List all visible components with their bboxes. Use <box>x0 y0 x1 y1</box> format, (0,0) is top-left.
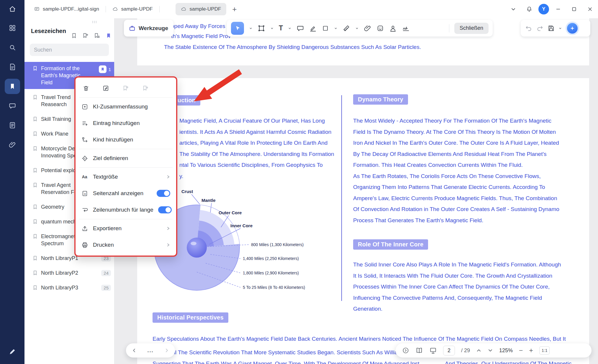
menu-item-add-entry[interactable]: Eintrag hinzufügen <box>76 115 176 131</box>
close-tools-button[interactable]: Schließen <box>454 23 489 34</box>
pages-panel-button[interactable] <box>5 118 20 133</box>
tab-document-1[interactable]: sample-UPDF...igital-sign <box>29 3 104 15</box>
dynamo-paragraph-2: As The Earth Rotates, The Coriolis Force… <box>353 171 563 226</box>
menu-item-text-size[interactable]: Aa Textgröße <box>76 169 176 185</box>
next-page-icon[interactable] <box>488 348 493 353</box>
comments-panel-button[interactable] <box>5 98 20 113</box>
menu-item-show-page-number[interactable]: a Seitenzahl anzeigen <box>76 185 176 202</box>
export-icon <box>81 225 88 232</box>
pdf-page-2: Introduction Magnetic Field, A Crucial F… <box>137 78 589 364</box>
prev-page-icon[interactable] <box>476 348 481 353</box>
avatar[interactable]: Y <box>538 4 549 14</box>
next-arrow-icon[interactable] <box>164 348 169 353</box>
tab-document-3-active[interactable]: sample-UPDF <box>176 3 227 15</box>
bookmark-page-badge: 24 <box>101 270 111 276</box>
prev-arrow-icon[interactable] <box>132 348 137 353</box>
zoom-out-button[interactable]: − <box>519 347 523 354</box>
close-window-button[interactable] <box>583 2 597 16</box>
tab-label: sample-UPDF <box>190 6 221 12</box>
home-button[interactable] <box>0 0 24 18</box>
text-tool-dropdown-icon[interactable] <box>288 27 291 30</box>
menu-item-wrap-long[interactable]: Zeilenumbruch für lange <box>76 202 176 218</box>
drag-handle-icon[interactable] <box>92 21 97 23</box>
frame-tool-button[interactable] <box>258 24 265 32</box>
sticker-tool-button[interactable] <box>376 24 384 32</box>
diagram-callout: 1,400 Miles (2,250 Kilometers) <box>243 256 299 261</box>
menu-item-define-target[interactable]: Ziel definieren <box>76 150 176 167</box>
move-bookmark-up-icon[interactable] <box>122 85 129 92</box>
apps-grid-button[interactable] <box>5 20 20 36</box>
bookmarks-panel-button[interactable] <box>5 79 20 94</box>
shape-tool-button[interactable] <box>322 25 329 32</box>
redo-icon <box>536 24 544 32</box>
text-tool-button[interactable]: T <box>279 24 283 32</box>
signature-icon <box>402 24 410 32</box>
shape-tool-dropdown-icon[interactable] <box>334 27 337 30</box>
measure-tool-button[interactable] <box>343 24 350 32</box>
bookmark-selected-badge: 1 <box>99 65 111 73</box>
frame-tool-dropdown-icon[interactable] <box>270 27 274 30</box>
zoom-level[interactable]: 125% <box>499 347 513 354</box>
highlighter-tool-button[interactable] <box>309 24 317 32</box>
rename-bookmark-icon[interactable] <box>102 85 109 92</box>
slideshow-icon[interactable] <box>429 347 437 354</box>
edit-mode-button[interactable] <box>5 344 20 359</box>
signature-tool-button[interactable] <box>402 24 410 32</box>
search-panel-button[interactable] <box>5 40 20 55</box>
menu-item-export[interactable]: Exportieren <box>76 220 176 237</box>
tab-separator <box>159 6 160 12</box>
tab-document-2[interactable]: sample-UPDF <box>107 3 158 15</box>
wrap-long-toggle[interactable] <box>158 206 172 213</box>
collapse-toolbar-button[interactable] <box>507 2 520 16</box>
save-button[interactable] <box>547 24 555 32</box>
bookmark-outline-icon[interactable] <box>71 32 77 39</box>
maximize-button[interactable] <box>567 2 581 16</box>
bookmark-item[interactable]: North LibraryP2 24 <box>24 266 114 279</box>
menu-item-print[interactable]: Drucken <box>76 237 176 253</box>
svg-text:a: a <box>84 192 86 195</box>
bookmark-item[interactable]: North LibraryP3 25 <box>24 281 114 294</box>
minimize-button[interactable] <box>551 2 565 16</box>
undo-button[interactable] <box>525 24 533 32</box>
paperclip-icon <box>364 24 371 32</box>
redo-button[interactable] <box>536 24 544 32</box>
notifications-button[interactable] <box>522 2 536 16</box>
zoom-in-button[interactable]: + <box>529 347 533 354</box>
more-pages-button[interactable]: ... <box>147 347 153 354</box>
new-tab-button[interactable]: + <box>232 5 237 13</box>
thumbnails-button[interactable] <box>5 59 20 75</box>
historical-line-3b: And Theories, Our Understanding Of The M… <box>445 358 571 364</box>
stamp-tool-button[interactable] <box>389 24 397 32</box>
sticker-icon <box>376 24 384 32</box>
bookmark-sort-icon[interactable] <box>94 32 100 39</box>
move-bookmark-down-icon[interactable] <box>142 85 149 92</box>
menu-item-add-child[interactable]: Kind hinzufügen <box>76 131 176 148</box>
comment-tool-button[interactable] <box>296 24 304 32</box>
reading-mode-icon[interactable] <box>415 347 423 354</box>
menu-divider <box>79 167 173 168</box>
menu-item-ai-summary[interactable]: KI-Zusammenfassung <box>76 98 176 115</box>
save-icon <box>547 24 555 32</box>
cloud-icon <box>112 6 118 12</box>
delete-bookmark-icon[interactable] <box>83 85 89 92</box>
show-page-number-toggle[interactable] <box>157 190 170 197</box>
doc-fragment: pped Away By Forces S <box>171 21 230 32</box>
svg-text:Aa: Aa <box>82 174 87 179</box>
measure-tool-dropdown-icon[interactable] <box>355 27 359 30</box>
attachments-panel-button[interactable] <box>5 137 20 152</box>
fit-actual-size-button[interactable]: 1:1 <box>539 346 550 355</box>
attachment-tool-button[interactable] <box>364 24 371 32</box>
bookmark-add-icon[interactable] <box>82 32 89 39</box>
select-tool-button[interactable] <box>231 22 244 35</box>
page-number-input[interactable]: 2 <box>443 346 455 355</box>
menu-divider <box>79 219 173 219</box>
historical-line-3a: Suggesting That The Earth Was A Giant Ma… <box>153 358 419 364</box>
tools-menu-button[interactable]: Werkzeuge <box>124 20 173 37</box>
select-tool-dropdown-icon[interactable] <box>249 27 253 30</box>
doc-fragment: th's Magnetic Field Prov <box>171 31 231 42</box>
expand-panel-icon[interactable] <box>402 347 409 354</box>
search-input[interactable] <box>30 47 109 53</box>
bookmark-pin-icon[interactable] <box>105 32 112 39</box>
save-dropdown-icon[interactable] <box>558 27 562 30</box>
ai-assistant-button[interactable] <box>566 22 579 35</box>
